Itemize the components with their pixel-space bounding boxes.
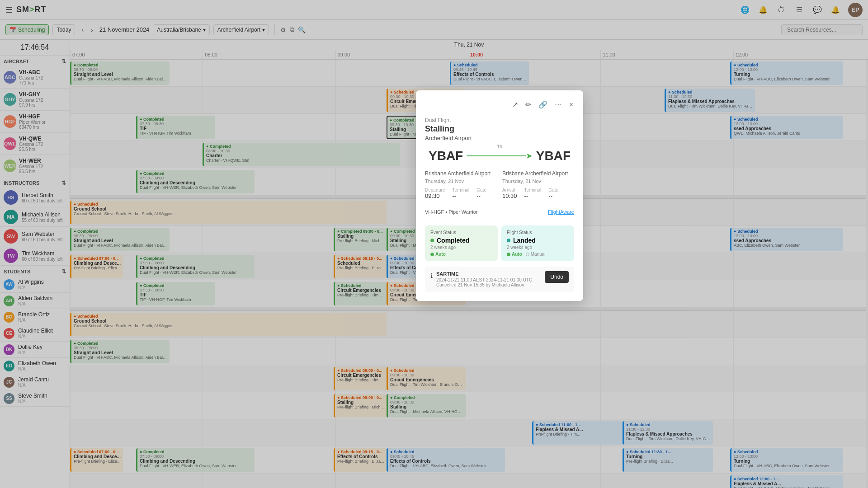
departure-time: 09:30 — [425, 192, 445, 199]
flightaware-link[interactable]: FlightAware — [548, 209, 574, 215]
auto-radio — [430, 253, 434, 256]
event-status-label: Event Status — [430, 230, 492, 235]
arrival-terminal-label: Terminal — [524, 188, 542, 192]
departure-gate: -- — [476, 192, 486, 199]
event-status-value: Completed — [430, 237, 492, 244]
arrival-gate-label: Gate — [548, 188, 558, 192]
info-icon: ℹ — [430, 272, 433, 279]
flight-status-time: 2 weeks ago — [507, 245, 569, 250]
manual-radio — [526, 253, 529, 256]
modal-type: Dual Flight — [425, 117, 574, 123]
departure-details: Departure 09:30 Terminal -- Gate -- — [425, 188, 497, 199]
departure-gate-label: Gate — [476, 188, 486, 192]
flight-status-dot — [507, 239, 510, 242]
arrival-time-item: Arrival 10:30 — [502, 188, 517, 199]
from-airport-name: Brisbane Archerfield Airport — [425, 170, 497, 177]
link-icon[interactable]: 🔗 — [538, 99, 548, 110]
event-status-time: 2 weeks ago — [430, 245, 492, 250]
flight-detail-modal: ↗ ✏ 🔗 ⋯ × Dual Flight Stalling Archerfie… — [416, 90, 583, 301]
close-button[interactable]: × — [568, 100, 574, 110]
departure-gate-item: Gate -- — [476, 188, 486, 199]
route-arrow-icon: ➤ — [526, 151, 533, 161]
expand-icon[interactable]: ↗ — [511, 99, 519, 110]
from-day: Thursday, 21 Nov — [425, 178, 497, 184]
arrival-label: Arrival — [502, 188, 517, 192]
auto-option2[interactable]: Auto — [507, 252, 522, 257]
flight-status-card: Flight Status Landed 2 weeks ago Auto Ma… — [501, 225, 574, 261]
sartime-section: ℹ SARTIME 2024-11-21 11:00 AEST 2024-11-… — [425, 267, 574, 292]
sartime-cancel: Cancelled 21 Nov 15:35 by Michaela Allis… — [436, 282, 541, 287]
modal-overlay[interactable]: ↗ ✏ 🔗 ⋯ × Dual Flight Stalling Archerfie… — [0, 0, 868, 488]
arrival-gate-item: Gate -- — [548, 188, 558, 199]
edit-icon[interactable]: ✏ — [524, 99, 532, 110]
flight-details-grid: Brisbane Archerfield Airport Thursday, 2… — [425, 170, 574, 202]
departure-terminal: -- — [452, 192, 469, 199]
modal-flight-name: Stalling — [425, 124, 574, 134]
arrival-gate: -- — [548, 192, 558, 199]
auto-radio2 — [507, 253, 510, 256]
arrival-details: Arrival 10:30 Terminal -- Gate -- — [502, 188, 574, 199]
route-bar: YBAF ➤ 1h YBAF — [425, 149, 574, 163]
departure-terminal-item: Terminal -- — [452, 188, 469, 199]
event-status-options: Auto — [430, 252, 492, 257]
departure-col: Brisbane Archerfield Airport Thursday, 2… — [425, 170, 497, 202]
departure-label: Departure — [425, 188, 445, 192]
arrival-time: 10:30 — [502, 192, 517, 199]
event-status-card: Event Status Completed 2 weeks ago Auto — [425, 225, 498, 261]
aircraft-flightaware-row: VH-HGF • Piper Warrior FlightAware — [425, 209, 574, 220]
sartime-info: SARTIME 2024-11-21 11:00 AEST 2024-11-21… — [436, 271, 541, 287]
manual-option[interactable]: Manual — [526, 252, 546, 257]
to-day: Thursday, 21 Nov — [502, 178, 574, 184]
sartime-title: SARTIME — [436, 271, 541, 277]
route-to: YBAF — [536, 149, 571, 163]
arrival-col: Brisbane Archerfield Airport Thursday, 2… — [502, 170, 574, 202]
departure-terminal-label: Terminal — [452, 188, 469, 192]
status-cards: Event Status Completed 2 weeks ago Auto … — [425, 225, 574, 261]
modal-airport: Archerfield Airport — [425, 135, 574, 141]
auto-option[interactable]: Auto — [430, 252, 446, 257]
arrival-terminal: -- — [524, 192, 542, 199]
more-icon[interactable]: ⋯ — [554, 99, 563, 110]
arrival-terminal-item: Terminal -- — [524, 188, 542, 199]
flight-status-label: Flight Status — [507, 230, 569, 235]
route-line: ➤ 1h — [467, 151, 533, 161]
flight-status-options: Auto Manual — [507, 252, 569, 257]
departure-time-item: Departure 09:30 — [425, 188, 445, 199]
event-status-dot — [430, 239, 434, 242]
route-from: YBAF — [429, 149, 463, 163]
aircraft-info: VH-HGF • Piper Warrior — [425, 209, 478, 215]
route-duration: 1h — [497, 144, 502, 149]
flight-status-value: Landed — [507, 237, 569, 244]
to-airport-name: Brisbane Archerfield Airport — [502, 170, 574, 177]
undo-button[interactable]: Undo — [545, 271, 569, 283]
route-line-bar — [467, 155, 526, 156]
sartime-times: 2024-11-21 11:00 AEST 2024-11-21 01:00 U… — [436, 277, 541, 282]
modal-toolbar: ↗ ✏ 🔗 ⋯ × — [425, 99, 574, 110]
modal-title-section: Dual Flight Stalling Archerfield Airport — [425, 117, 574, 141]
